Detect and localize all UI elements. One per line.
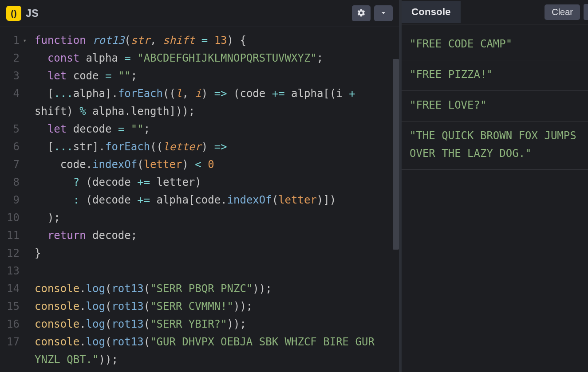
line-number: 6 bbox=[0, 138, 20, 156]
console-line: "FREE CODE CAMP" bbox=[402, 30, 588, 60]
line-number: 12 bbox=[0, 244, 20, 262]
console-line: "FREE PIZZA!" bbox=[402, 60, 588, 91]
line-number: 7 bbox=[0, 156, 20, 173]
language-badge: () bbox=[6, 6, 21, 21]
line-number: 15 bbox=[0, 298, 20, 315]
line-number-gutter: 1234567891011121314151617 bbox=[0, 31, 27, 372]
line-number: 11 bbox=[0, 227, 20, 244]
console-panel: Console Clear "FREE CODE CAMP""FREE PIZZ… bbox=[402, 0, 588, 372]
line-number: 9 bbox=[0, 191, 20, 209]
line-number: 5 bbox=[0, 120, 20, 138]
code-line[interactable]: console.log(rot13("SERR PBQR PNZC")); bbox=[35, 280, 390, 298]
console-output: "FREE CODE CAMP""FREE PIZZA!""FREE LOVE?… bbox=[402, 24, 588, 372]
line-number: 4 bbox=[0, 85, 20, 120]
code-line[interactable]: } bbox=[35, 244, 390, 262]
language-badge-glyph: () bbox=[11, 8, 16, 19]
editor-settings-button[interactable] bbox=[352, 5, 371, 21]
line-number: 2 bbox=[0, 49, 20, 67]
line-number: 1 bbox=[0, 31, 20, 49]
editor-header: () JS bbox=[0, 0, 399, 27]
line-number: 16 bbox=[0, 315, 20, 333]
code-line[interactable]: [...alpha].forEach((l, i) => (code += al… bbox=[35, 85, 390, 120]
editor-panel: () JS 1234567891011121314151617 function… bbox=[0, 0, 402, 372]
code-line[interactable]: : (decode += alpha[code.indexOf(letter)]… bbox=[35, 191, 390, 209]
code-line[interactable]: [...str].forEach((letter) => bbox=[35, 138, 390, 156]
code-line[interactable]: let decode = ""; bbox=[35, 120, 390, 138]
console-extra-button[interactable] bbox=[584, 4, 588, 20]
line-number: 17 bbox=[0, 333, 20, 368]
code-line[interactable]: console.log(rot13("SERR YBIR?")); bbox=[35, 315, 390, 333]
line-number: 3 bbox=[0, 67, 20, 85]
console-tab[interactable]: Console bbox=[402, 1, 461, 23]
editor-scrollbar-thumb[interactable] bbox=[393, 59, 399, 250]
language-label: JS bbox=[26, 8, 39, 20]
editor-collapse-button[interactable] bbox=[374, 5, 393, 21]
code-line[interactable]: code.indexOf(letter) < 0 bbox=[35, 156, 390, 173]
code-line[interactable]: console.log(rot13("GUR DHVPX OEBJA SBK W… bbox=[35, 333, 390, 368]
gear-icon bbox=[357, 8, 366, 19]
console-line: "FREE LOVE?" bbox=[402, 91, 588, 121]
code-line[interactable]: let code = ""; bbox=[35, 67, 390, 85]
code-content[interactable]: function rot13(str, shift = 13) { const … bbox=[27, 31, 399, 372]
code-line[interactable] bbox=[35, 262, 390, 280]
code-editor[interactable]: 1234567891011121314151617 function rot13… bbox=[0, 27, 399, 372]
code-line[interactable]: ? (decode += letter) bbox=[35, 173, 390, 191]
console-clear-button[interactable]: Clear bbox=[545, 4, 580, 20]
code-line[interactable]: function rot13(str, shift = 13) { bbox=[35, 31, 390, 49]
line-number: 14 bbox=[0, 280, 20, 298]
line-number: 13 bbox=[0, 262, 20, 280]
code-line[interactable]: ); bbox=[35, 209, 390, 227]
line-number: 8 bbox=[0, 173, 20, 191]
console-header: Console Clear bbox=[402, 0, 588, 24]
code-line[interactable]: const alpha = "ABCDEFGHIJKLMNOPQRSTUVWXY… bbox=[35, 49, 390, 67]
chevron-down-icon bbox=[379, 8, 388, 19]
code-line[interactable]: return decode; bbox=[35, 227, 390, 244]
code-line[interactable]: console.log(rot13("SERR CVMMN!")); bbox=[35, 298, 390, 315]
console-line: "THE QUICK BROWN FOX JUMPS OVER THE LAZY… bbox=[402, 121, 588, 170]
line-number: 10 bbox=[0, 209, 20, 227]
